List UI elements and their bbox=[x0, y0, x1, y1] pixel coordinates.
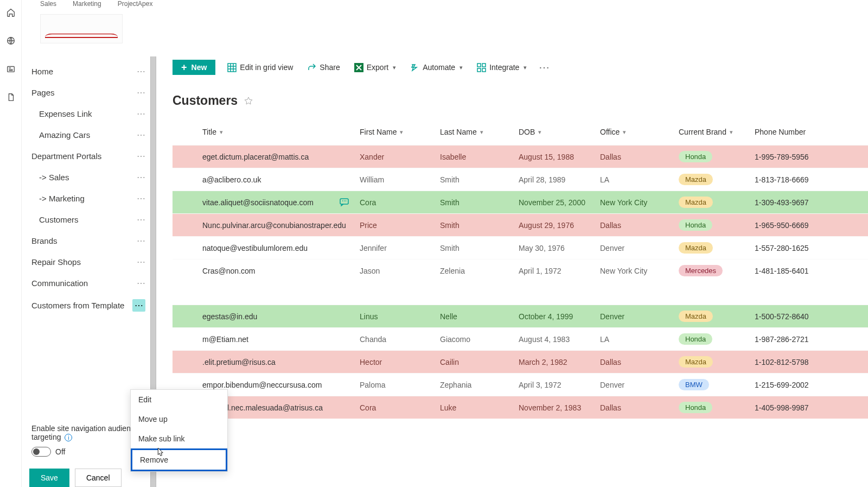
chevron-down-icon: ▾ bbox=[524, 64, 527, 71]
nav-item-home[interactable]: Home⋯ bbox=[22, 61, 156, 82]
audience-toggle[interactable] bbox=[31, 447, 51, 457]
nav-item-repair-shops[interactable]: Repair Shops⋯ bbox=[22, 251, 156, 273]
info-icon[interactable]: i bbox=[65, 434, 72, 441]
integrate-button[interactable]: Integrate▾ bbox=[475, 60, 529, 75]
document-icon[interactable] bbox=[6, 92, 16, 102]
cell-office: New York City bbox=[600, 198, 679, 207]
hub-link-marketing[interactable]: Marketing bbox=[73, 0, 101, 11]
cell-office: Dallas bbox=[600, 358, 679, 366]
more-icon[interactable]: ⋯ bbox=[137, 236, 145, 246]
cell-office: Denver bbox=[600, 381, 679, 389]
menu-item-remove[interactable]: Remove bbox=[131, 448, 227, 471]
cell-first-name: Cora bbox=[360, 403, 440, 412]
more-icon[interactable]: ⋯ bbox=[137, 151, 145, 161]
more-icon[interactable]: ⋯ bbox=[137, 87, 145, 98]
more-icon[interactable]: ⋯ bbox=[137, 214, 145, 225]
cell-dob: April 3, 1972 bbox=[519, 381, 600, 389]
grid-icon bbox=[227, 63, 237, 72]
cell-first-name: Paloma bbox=[360, 381, 440, 389]
cell-last-name: Giacomo bbox=[440, 335, 519, 344]
cell-first-name: Hector bbox=[360, 358, 440, 366]
nav-item-communication[interactable]: Communication⋯ bbox=[22, 273, 156, 294]
col-first-name[interactable]: First Name▾ bbox=[360, 128, 440, 136]
cell-dob: August 4, 1983 bbox=[519, 335, 600, 344]
table-row[interactable]: Cras@non.comJasonZeleniaApril 1, 1972New… bbox=[173, 259, 868, 282]
more-commands-icon[interactable]: ⋯ bbox=[539, 61, 550, 74]
cancel-button[interactable]: Cancel bbox=[75, 469, 122, 487]
more-icon[interactable]: ⋯ bbox=[137, 130, 145, 140]
cell-dob: May 30, 1976 bbox=[519, 244, 600, 252]
svg-rect-7 bbox=[482, 68, 486, 72]
menu-item-make-sub-link[interactable]: Make sub link bbox=[131, 429, 227, 448]
col-current-brand[interactable]: Current Brand▾ bbox=[679, 128, 755, 136]
cell-last-name: Luke bbox=[440, 403, 519, 412]
site-navigation: Home⋯ Pages⋯ Expenses Link⋯ Amazing Cars… bbox=[22, 56, 156, 419]
globe-icon[interactable] bbox=[6, 36, 16, 46]
nav-item-customers[interactable]: Customers⋯ bbox=[22, 209, 156, 230]
nav-item-customers-from-template[interactable]: Customers from Template⋯ bbox=[22, 294, 156, 317]
table-row[interactable]: .elit.pretium@risus.caHectorCailinMarch … bbox=[173, 350, 868, 373]
more-icon[interactable]: ⋯ bbox=[137, 109, 145, 119]
menu-item-edit[interactable]: Edit bbox=[131, 390, 227, 409]
home-icon[interactable] bbox=[6, 8, 16, 17]
cell-phone: 1-481-185-6401 bbox=[755, 267, 825, 275]
cell-title: Nunc.pulvinar.arcu@conubianostraper.edu bbox=[202, 221, 360, 230]
nav-item-sales[interactable]: -> Sales⋯ bbox=[22, 167, 156, 188]
automate-button[interactable]: Automate▾ bbox=[408, 60, 465, 75]
nav-item-marketing[interactable]: -> Marketing⋯ bbox=[22, 188, 156, 209]
nav-item-pages[interactable]: Pages⋯ bbox=[22, 82, 156, 103]
hub-link-projectapex[interactable]: ProjectApex bbox=[118, 0, 153, 11]
brand-pill: Honda bbox=[679, 219, 712, 231]
context-menu: Edit Move up Make sub link Remove bbox=[130, 389, 228, 472]
share-button[interactable]: Share bbox=[305, 60, 342, 75]
nav-item-amazing-cars[interactable]: Amazing Cars⋯ bbox=[22, 124, 156, 146]
svg-rect-6 bbox=[477, 68, 481, 72]
table-row[interactable]: empor.bibendum@neccursusa.comPalomaZepha… bbox=[173, 373, 868, 396]
nav-item-expenses[interactable]: Expenses Link⋯ bbox=[22, 103, 156, 124]
nav-item-brands[interactable]: Brands⋯ bbox=[22, 230, 156, 251]
favorite-icon[interactable] bbox=[244, 97, 253, 105]
cell-phone: 1-102-812-5798 bbox=[755, 358, 825, 366]
save-button[interactable]: Save bbox=[29, 469, 69, 487]
chevron-down-icon: ▾ bbox=[730, 129, 733, 136]
table-row[interactable]: eleifend.nec.malesuada@atrisus.caCoraLuk… bbox=[173, 396, 868, 419]
cell-title: m@Etiam.net bbox=[202, 335, 360, 344]
more-icon[interactable]: ⋯ bbox=[137, 278, 145, 288]
more-icon[interactable]: ⋯ bbox=[137, 172, 145, 182]
edit-in-grid-button[interactable]: Edit in grid view bbox=[225, 60, 295, 75]
chevron-down-icon: ▾ bbox=[400, 129, 403, 136]
new-button[interactable]: +New bbox=[173, 60, 215, 75]
col-title[interactable]: Title▾ bbox=[202, 128, 360, 136]
table-row[interactable]: egestas@in.eduLinusNelleOctober 4, 1999D… bbox=[173, 305, 868, 327]
col-dob[interactable]: DOB▾ bbox=[519, 128, 600, 136]
col-office[interactable]: Office▾ bbox=[600, 128, 679, 136]
table-row[interactable]: Nunc.pulvinar.arcu@conubianostraper.eduP… bbox=[173, 213, 868, 236]
table-row[interactable]: m@Etiam.netChandaGiacomoAugust 4, 1983LA… bbox=[173, 327, 868, 350]
cell-title: egestas@in.edu bbox=[202, 312, 360, 321]
menu-item-move-up[interactable]: Move up bbox=[131, 409, 227, 429]
nav-item-department-portals[interactable]: Department Portals⋯ bbox=[22, 146, 156, 167]
table-row[interactable]: vitae.aliquet@sociisnatoque.comCoraSmith… bbox=[173, 191, 868, 213]
table-row[interactable]: eget.dictum.placerat@mattis.caXanderIsab… bbox=[173, 145, 868, 168]
table-row[interactable]: natoque@vestibulumlorem.eduJenniferSmith… bbox=[173, 236, 868, 259]
table-row[interactable]: a@aclibero.co.ukWilliamSmithApril 28, 19… bbox=[173, 168, 868, 191]
more-icon[interactable]: ⋯ bbox=[132, 299, 145, 312]
chevron-down-icon: ▾ bbox=[480, 129, 483, 136]
col-phone[interactable]: Phone Number bbox=[755, 128, 825, 136]
col-last-name[interactable]: Last Name▾ bbox=[440, 128, 519, 136]
site-logo[interactable] bbox=[40, 14, 123, 43]
more-icon[interactable]: ⋯ bbox=[137, 193, 145, 204]
cell-first-name: William bbox=[360, 175, 440, 184]
cell-last-name: Smith bbox=[440, 221, 519, 230]
export-button[interactable]: Export▾ bbox=[352, 60, 398, 75]
more-icon[interactable]: ⋯ bbox=[137, 257, 145, 267]
cell-office: Dallas bbox=[600, 221, 679, 230]
command-bar: +New Edit in grid view Share Export▾ bbox=[173, 55, 868, 79]
cell-last-name: Cailin bbox=[440, 358, 519, 366]
news-icon[interactable] bbox=[6, 64, 16, 74]
hub-link-sales[interactable]: Sales bbox=[40, 0, 56, 11]
more-icon[interactable]: ⋯ bbox=[137, 66, 145, 77]
cell-first-name: Cora bbox=[360, 198, 440, 207]
comment-icon[interactable] bbox=[340, 198, 349, 206]
cell-title: Cras@non.com bbox=[202, 267, 360, 275]
